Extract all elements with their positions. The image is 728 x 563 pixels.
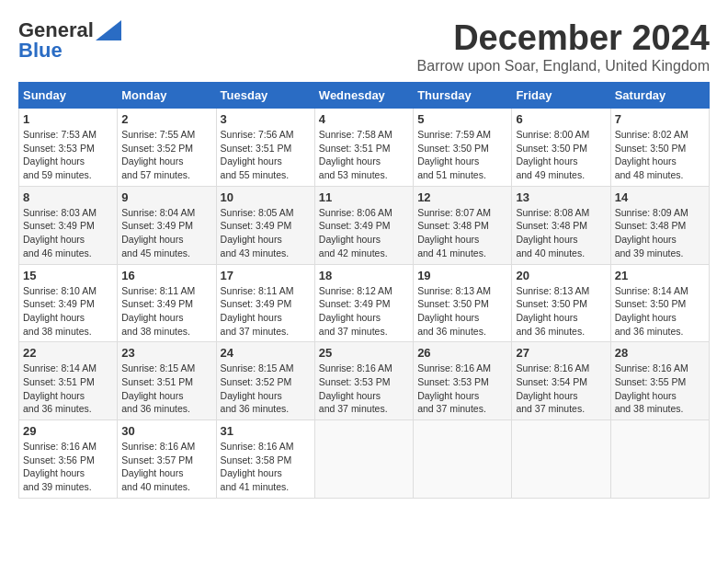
day-number: 28 bbox=[615, 346, 705, 360]
day-number: 26 bbox=[417, 346, 507, 360]
day-info: Sunrise: 7:58 AM Sunset: 3:51 PM Dayligh… bbox=[319, 128, 409, 182]
calendar-week-row: 22 Sunrise: 8:14 AM Sunset: 3:51 PM Dayl… bbox=[19, 342, 710, 420]
calendar-day-cell: 4 Sunrise: 7:58 AM Sunset: 3:51 PM Dayli… bbox=[314, 109, 413, 187]
col-friday: Friday bbox=[512, 83, 610, 109]
calendar-day-cell: 26 Sunrise: 8:16 AM Sunset: 3:53 PM Dayl… bbox=[414, 342, 512, 420]
col-wednesday: Wednesday bbox=[314, 83, 413, 109]
calendar-day-cell: 25 Sunrise: 8:16 AM Sunset: 3:53 PM Dayl… bbox=[314, 342, 413, 420]
calendar-day-cell: 10 Sunrise: 8:05 AM Sunset: 3:49 PM Dayl… bbox=[216, 186, 314, 264]
calendar-week-row: 1 Sunrise: 7:53 AM Sunset: 3:53 PM Dayli… bbox=[19, 109, 710, 187]
day-info: Sunrise: 8:04 AM Sunset: 3:49 PM Dayligh… bbox=[121, 206, 211, 260]
calendar-day-cell: 30 Sunrise: 8:16 AM Sunset: 3:57 PM Dayl… bbox=[118, 420, 216, 499]
svg-marker-0 bbox=[96, 20, 121, 40]
logo-arrow-icon bbox=[96, 20, 121, 40]
calendar-day-cell: 5 Sunrise: 7:59 AM Sunset: 3:50 PM Dayli… bbox=[414, 109, 512, 187]
day-info: Sunrise: 8:16 AM Sunset: 3:53 PM Dayligh… bbox=[417, 362, 507, 416]
calendar-day-cell: 20 Sunrise: 8:13 AM Sunset: 3:50 PM Dayl… bbox=[512, 264, 610, 342]
calendar-day-cell bbox=[314, 420, 413, 499]
logo: General Blue bbox=[18, 18, 121, 63]
day-number: 14 bbox=[615, 190, 705, 204]
day-info: Sunrise: 8:16 AM Sunset: 3:57 PM Dayligh… bbox=[121, 440, 211, 494]
calendar-day-cell: 27 Sunrise: 8:16 AM Sunset: 3:54 PM Dayl… bbox=[512, 342, 610, 420]
day-number: 31 bbox=[221, 424, 311, 438]
day-info: Sunrise: 8:05 AM Sunset: 3:49 PM Dayligh… bbox=[221, 206, 311, 260]
day-info: Sunrise: 8:11 AM Sunset: 3:49 PM Dayligh… bbox=[221, 284, 311, 339]
day-number: 11 bbox=[319, 190, 409, 204]
day-number: 21 bbox=[615, 269, 705, 282]
calendar-day-cell: 21 Sunrise: 8:14 AM Sunset: 3:50 PM Dayl… bbox=[610, 264, 709, 342]
calendar-day-cell: 28 Sunrise: 8:16 AM Sunset: 3:55 PM Dayl… bbox=[610, 342, 709, 420]
day-number: 25 bbox=[319, 346, 409, 360]
logo-text-blue: Blue bbox=[18, 39, 63, 63]
day-info: Sunrise: 8:13 AM Sunset: 3:50 PM Dayligh… bbox=[417, 284, 507, 339]
day-number: 19 bbox=[417, 269, 507, 282]
day-number: 24 bbox=[221, 346, 311, 360]
day-info: Sunrise: 8:15 AM Sunset: 3:52 PM Dayligh… bbox=[221, 362, 311, 416]
day-number: 12 bbox=[417, 190, 507, 204]
day-number: 13 bbox=[516, 190, 606, 204]
day-number: 23 bbox=[121, 346, 211, 360]
page-header: General Blue December 2024 Barrow upon S… bbox=[18, 18, 710, 75]
month-title: December 2024 bbox=[417, 18, 710, 58]
day-number: 22 bbox=[23, 346, 113, 360]
day-number: 9 bbox=[121, 190, 211, 204]
calendar-week-row: 29 Sunrise: 8:16 AM Sunset: 3:56 PM Dayl… bbox=[19, 420, 710, 499]
day-info: Sunrise: 8:03 AM Sunset: 3:49 PM Dayligh… bbox=[23, 206, 113, 260]
day-info: Sunrise: 8:15 AM Sunset: 3:51 PM Dayligh… bbox=[121, 362, 211, 416]
day-info: Sunrise: 7:56 AM Sunset: 3:51 PM Dayligh… bbox=[221, 128, 311, 182]
calendar-day-cell: 15 Sunrise: 8:10 AM Sunset: 3:49 PM Dayl… bbox=[19, 264, 118, 342]
title-section: December 2024 Barrow upon Soar, England,… bbox=[417, 18, 710, 75]
day-info: Sunrise: 8:08 AM Sunset: 3:48 PM Dayligh… bbox=[516, 206, 606, 260]
day-info: Sunrise: 8:02 AM Sunset: 3:50 PM Dayligh… bbox=[615, 128, 705, 182]
day-number: 30 bbox=[121, 424, 211, 438]
calendar-day-cell: 23 Sunrise: 8:15 AM Sunset: 3:51 PM Dayl… bbox=[118, 342, 216, 420]
header-row: Sunday Monday Tuesday Wednesday Thursday… bbox=[19, 83, 710, 109]
day-info: Sunrise: 8:14 AM Sunset: 3:51 PM Dayligh… bbox=[23, 362, 113, 416]
day-number: 8 bbox=[23, 190, 113, 204]
day-info: Sunrise: 7:55 AM Sunset: 3:52 PM Dayligh… bbox=[121, 128, 211, 182]
calendar-day-cell: 19 Sunrise: 8:13 AM Sunset: 3:50 PM Dayl… bbox=[414, 264, 512, 342]
day-info: Sunrise: 8:09 AM Sunset: 3:48 PM Dayligh… bbox=[615, 206, 705, 260]
calendar-table: Sunday Monday Tuesday Wednesday Thursday… bbox=[18, 82, 710, 499]
day-info: Sunrise: 7:59 AM Sunset: 3:50 PM Dayligh… bbox=[417, 128, 507, 182]
day-number: 10 bbox=[221, 190, 311, 204]
col-monday: Monday bbox=[118, 83, 216, 109]
day-number: 7 bbox=[615, 112, 705, 126]
day-number: 6 bbox=[516, 112, 606, 126]
calendar-day-cell: 2 Sunrise: 7:55 AM Sunset: 3:52 PM Dayli… bbox=[118, 109, 216, 187]
day-number: 16 bbox=[121, 269, 211, 282]
calendar-day-cell: 14 Sunrise: 8:09 AM Sunset: 3:48 PM Dayl… bbox=[610, 186, 709, 264]
calendar-day-cell bbox=[512, 420, 610, 499]
calendar-day-cell: 18 Sunrise: 8:12 AM Sunset: 3:49 PM Dayl… bbox=[314, 264, 413, 342]
day-info: Sunrise: 8:12 AM Sunset: 3:49 PM Dayligh… bbox=[319, 284, 409, 339]
calendar-day-cell: 7 Sunrise: 8:02 AM Sunset: 3:50 PM Dayli… bbox=[610, 109, 709, 187]
calendar-day-cell: 9 Sunrise: 8:04 AM Sunset: 3:49 PM Dayli… bbox=[118, 186, 216, 264]
calendar-week-row: 8 Sunrise: 8:03 AM Sunset: 3:49 PM Dayli… bbox=[19, 186, 710, 264]
calendar-day-cell: 17 Sunrise: 8:11 AM Sunset: 3:49 PM Dayl… bbox=[216, 264, 314, 342]
calendar-day-cell: 16 Sunrise: 8:11 AM Sunset: 3:49 PM Dayl… bbox=[118, 264, 216, 342]
day-number: 1 bbox=[23, 112, 113, 126]
calendar-day-cell bbox=[414, 420, 512, 499]
calendar-day-cell: 29 Sunrise: 8:16 AM Sunset: 3:56 PM Dayl… bbox=[19, 420, 118, 499]
day-number: 4 bbox=[319, 112, 409, 126]
day-info: Sunrise: 8:16 AM Sunset: 3:56 PM Dayligh… bbox=[23, 440, 113, 494]
day-number: 3 bbox=[221, 112, 311, 126]
day-info: Sunrise: 8:10 AM Sunset: 3:49 PM Dayligh… bbox=[23, 284, 113, 339]
day-number: 27 bbox=[516, 346, 606, 360]
location-subtitle: Barrow upon Soar, England, United Kingdo… bbox=[417, 58, 710, 75]
calendar-day-cell: 11 Sunrise: 8:06 AM Sunset: 3:49 PM Dayl… bbox=[314, 186, 413, 264]
calendar-day-cell: 3 Sunrise: 7:56 AM Sunset: 3:51 PM Dayli… bbox=[216, 109, 314, 187]
day-info: Sunrise: 8:16 AM Sunset: 3:54 PM Dayligh… bbox=[516, 362, 606, 416]
day-info: Sunrise: 8:11 AM Sunset: 3:49 PM Dayligh… bbox=[121, 284, 211, 339]
day-number: 29 bbox=[23, 424, 113, 438]
col-thursday: Thursday bbox=[414, 83, 512, 109]
calendar-day-cell: 8 Sunrise: 8:03 AM Sunset: 3:49 PM Dayli… bbox=[19, 186, 118, 264]
calendar-day-cell: 12 Sunrise: 8:07 AM Sunset: 3:48 PM Dayl… bbox=[414, 186, 512, 264]
day-info: Sunrise: 8:14 AM Sunset: 3:50 PM Dayligh… bbox=[615, 284, 705, 339]
calendar-day-cell: 13 Sunrise: 8:08 AM Sunset: 3:48 PM Dayl… bbox=[512, 186, 610, 264]
day-info: Sunrise: 8:00 AM Sunset: 3:50 PM Dayligh… bbox=[516, 128, 606, 182]
calendar-day-cell: 31 Sunrise: 8:16 AM Sunset: 3:58 PM Dayl… bbox=[216, 420, 314, 499]
day-info: Sunrise: 7:53 AM Sunset: 3:53 PM Dayligh… bbox=[23, 128, 113, 182]
calendar-day-cell: 1 Sunrise: 7:53 AM Sunset: 3:53 PM Dayli… bbox=[19, 109, 118, 187]
day-info: Sunrise: 8:16 AM Sunset: 3:53 PM Dayligh… bbox=[319, 362, 409, 416]
